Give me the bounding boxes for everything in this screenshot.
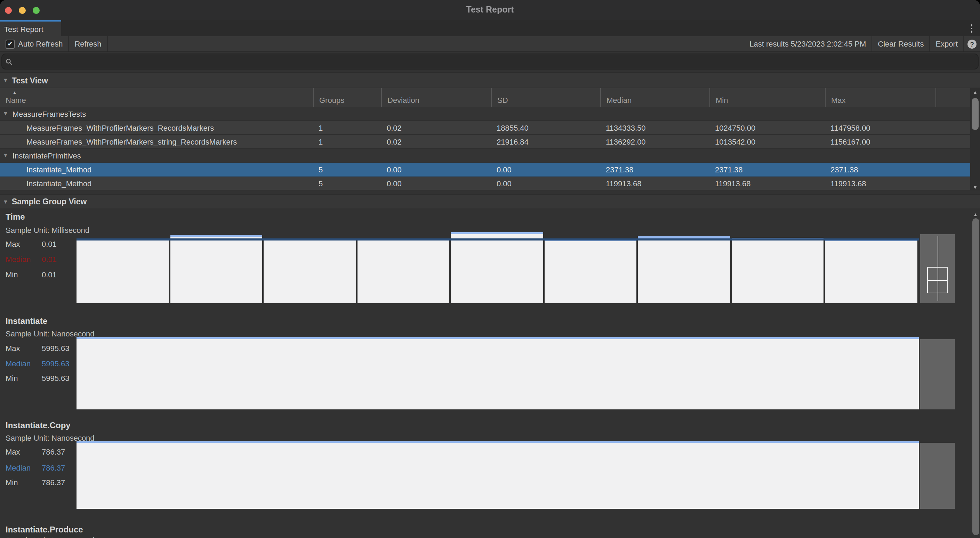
section-title: Time [6, 212, 25, 222]
sample-bar[interactable] [357, 238, 449, 303]
column-header-median[interactable]: Median [600, 88, 710, 107]
cell-median: 1134333.50 [600, 123, 710, 132]
stat-min: Min0.01 [6, 270, 57, 279]
stat-value: 0.01 [42, 240, 57, 248]
test-view-title: Test View [12, 76, 48, 84]
cell-deviation: 0.00 [381, 165, 491, 173]
stat-median: Median5995.63 [6, 359, 70, 368]
sample-group-view-title: Sample Group View [12, 197, 87, 206]
help-icon[interactable]: ? [967, 39, 977, 48]
table-row[interactable]: Instantiate_Method50.000.00119913.681199… [0, 176, 970, 190]
sample-unit-label: Sample Unit: Millisecond [6, 226, 89, 234]
sample-group-view-header[interactable]: ▼ Sample Group View [0, 194, 980, 209]
column-header-groups[interactable]: Groups [313, 88, 381, 107]
foldout-open-icon[interactable]: ▼ [3, 77, 8, 83]
table-body: ▼MeasureFramesTestsMeasureFrames_WithPro… [0, 107, 970, 190]
table-row[interactable]: Instantiate_Method50.000.002371.382371.3… [0, 163, 970, 176]
cell-max: 1147958.00 [825, 123, 935, 132]
sample-bar[interactable] [825, 239, 917, 303]
stat-median: Median0.01 [6, 255, 57, 263]
checkbox-checked-icon[interactable]: ✔ [6, 39, 14, 48]
cell-max: 119913.68 [825, 179, 935, 187]
sample-bar[interactable] [264, 238, 356, 303]
cell-sd: 0.00 [491, 165, 600, 173]
panel-scrollbar-thumb[interactable] [972, 218, 979, 535]
row-name: MeasureFramesTests [13, 110, 86, 118]
search-input[interactable] [2, 54, 978, 70]
column-header-min[interactable]: Min [710, 88, 825, 107]
stat-label: Min [6, 478, 42, 487]
stat-value: 5995.63 [42, 359, 70, 368]
refresh-button[interactable]: Refresh [69, 36, 107, 51]
row-name: MeasureFrames_WithProfilerMarkers_string… [26, 137, 237, 146]
sample-bar[interactable] [451, 232, 543, 303]
stat-value: 0.01 [42, 255, 57, 263]
search-row [0, 52, 980, 72]
table-scrollbar-thumb[interactable] [972, 98, 978, 130]
cell-sd: 0.00 [491, 179, 600, 187]
foldout-open-icon[interactable]: ▼ [3, 111, 8, 117]
cell-min: 1024750.00 [710, 123, 825, 132]
stat-label: Median [6, 359, 42, 368]
box-plot-widget [920, 443, 955, 509]
scroll-up-icon[interactable]: ▲ [970, 88, 980, 95]
row-name: Instantiate_Method [26, 179, 91, 187]
box-plot-widget [920, 234, 955, 303]
stat-label: Max [6, 344, 42, 352]
help-button-wrap: ? [963, 36, 980, 51]
section-title: Instantiate.Produce [6, 525, 83, 535]
sample-bar[interactable] [170, 235, 262, 303]
clear-results-button[interactable]: Clear Results [872, 36, 929, 51]
stat-label: Min [6, 374, 42, 382]
sample-group-view-panel: ▲ TimeSample Unit: MillisecondMax0.01Med… [0, 209, 980, 538]
table-row[interactable]: MeasureFrames_WithProfilerMarkers_string… [0, 135, 970, 149]
table-group-row[interactable]: ▼InstantiatePrimitives [0, 149, 970, 163]
tab-bar: Test Report [0, 20, 980, 36]
sample-bar[interactable] [732, 238, 824, 303]
export-button[interactable]: Export [929, 36, 963, 51]
section-title: Instantiate [6, 316, 47, 326]
sample-bar[interactable] [638, 236, 730, 303]
table-group-row[interactable]: ▼MeasureFramesTests [0, 107, 970, 121]
stat-min: Min786.37 [6, 478, 65, 487]
foldout-open-icon[interactable]: ▼ [3, 152, 8, 159]
cell-sd: 21916.84 [491, 137, 600, 146]
foldout-open-icon[interactable]: ▼ [3, 198, 8, 205]
sample-bar[interactable] [76, 238, 169, 303]
test-view-header[interactable]: ▼ Test View [0, 72, 980, 88]
column-header-deviation[interactable]: Deviation [381, 88, 491, 107]
cell-min: 119913.68 [710, 179, 825, 187]
stat-min: Min5995.63 [6, 374, 70, 382]
scroll-down-icon[interactable]: ▼ [970, 184, 980, 190]
column-header-max[interactable]: Max [825, 88, 935, 107]
stat-value: 786.37 [42, 448, 65, 456]
stat-label: Min [6, 270, 42, 279]
section-title: Instantiate.Copy [6, 421, 71, 430]
tab-test-report[interactable]: Test Report [0, 20, 61, 36]
last-results-timestamp: Last results 5/23/2023 2:02:45 PM [744, 36, 872, 51]
stat-value: 5995.63 [42, 344, 70, 352]
row-name: MeasureFrames_WithProfilerMarkers_Record… [26, 123, 214, 132]
stat-label: Max [6, 240, 42, 248]
column-header-sd[interactable]: SD [491, 88, 600, 107]
stat-label: Median [6, 463, 42, 472]
scroll-up-icon[interactable]: ▲ [972, 211, 979, 217]
column-header-name[interactable]: Name [0, 88, 313, 107]
sample-bar[interactable] [76, 441, 919, 509]
stat-value: 5995.63 [42, 374, 70, 382]
search-icon [6, 58, 13, 65]
sample-bar[interactable] [545, 239, 637, 303]
table-scrollbar[interactable]: ▲ ▼ [970, 88, 980, 190]
kebab-menu-icon[interactable] [967, 23, 977, 34]
sample-unit-label: Sample Unit: Nanosecond [6, 536, 95, 538]
row-name: InstantiatePrimitives [13, 151, 81, 160]
cell-max: 1156167.00 [825, 137, 935, 146]
stat-max: Max0.01 [6, 240, 57, 248]
cell-deviation: 0.02 [381, 123, 491, 132]
stat-value: 786.37 [42, 463, 65, 472]
table-row[interactable]: MeasureFrames_WithProfilerMarkers_Record… [0, 121, 970, 135]
auto-refresh-toggle[interactable]: ✔ Auto Refresh [0, 36, 69, 51]
sample-bar[interactable] [76, 337, 919, 409]
test-report-window: Test Report Test Report ✔ Auto Refresh R… [0, 0, 980, 538]
cell-median: 2371.38 [600, 165, 710, 173]
